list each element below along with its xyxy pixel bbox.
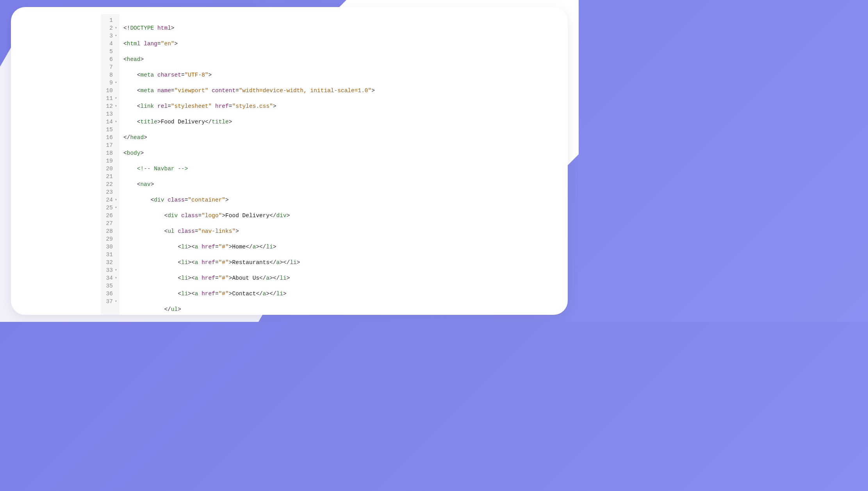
code-line[interactable]: <li><a href="#">Contact</a></li> bbox=[123, 290, 423, 298]
code-content[interactable]: <!DOCTYPE html> <html lang="en"> <head> … bbox=[119, 14, 423, 315]
line-num: 32 bbox=[105, 259, 113, 266]
line-num: 29 bbox=[105, 235, 113, 243]
line-num: 10 bbox=[105, 87, 113, 95]
code-line[interactable]: <title>Food Delivery</title> bbox=[123, 118, 423, 126]
editor-card: 1 2▾ 3▾ 4 5 6 7 8 9▾ 10 11▾ 12▾ 13 14▾ 1… bbox=[11, 7, 568, 315]
line-num: 31 bbox=[105, 251, 113, 259]
fold-icon[interactable]: ▾ bbox=[113, 118, 117, 126]
code-line[interactable]: <nav> bbox=[123, 180, 423, 188]
code-editor[interactable]: 1 2▾ 3▾ 4 5 6 7 8 9▾ 10 11▾ 12▾ 13 14▾ 1… bbox=[101, 14, 423, 315]
code-line[interactable]: <div class="logo">Food Delivery</div> bbox=[123, 212, 423, 220]
line-num: 7 bbox=[105, 63, 113, 71]
line-num: 28 bbox=[105, 227, 113, 235]
line-num: 13 bbox=[105, 110, 113, 118]
line-num: 4 bbox=[105, 40, 113, 48]
line-num: 36 bbox=[105, 290, 113, 298]
line-num: 37 bbox=[105, 298, 113, 305]
line-num: 34 bbox=[105, 274, 113, 282]
line-num: 15 bbox=[105, 126, 113, 134]
line-num: 23 bbox=[105, 188, 113, 196]
fold-icon[interactable]: ▾ bbox=[113, 79, 117, 87]
line-num: 33 bbox=[105, 266, 113, 274]
line-num: 20 bbox=[105, 165, 113, 173]
code-line[interactable]: <!DOCTYPE html> bbox=[123, 24, 423, 32]
line-num: 35 bbox=[105, 282, 113, 290]
code-line[interactable]: </head> bbox=[123, 134, 423, 141]
code-line[interactable]: <link rel="stylesheet" href="styles.css"… bbox=[123, 102, 423, 110]
fold-icon[interactable]: ▾ bbox=[113, 24, 117, 32]
line-num: 19 bbox=[105, 157, 113, 165]
code-line[interactable]: </ul> bbox=[123, 305, 423, 313]
line-num: 18 bbox=[105, 149, 113, 157]
fold-icon[interactable]: ▾ bbox=[113, 204, 117, 212]
line-num: 3 bbox=[105, 32, 113, 40]
fold-icon[interactable]: ▾ bbox=[113, 298, 117, 305]
line-num: 17 bbox=[105, 141, 113, 149]
line-num: 6 bbox=[105, 55, 113, 63]
line-num: 1 bbox=[105, 16, 113, 24]
code-line[interactable]: <meta charset="UTF-8"> bbox=[123, 71, 423, 79]
line-num: 14 bbox=[105, 118, 113, 126]
line-num: 2 bbox=[105, 24, 113, 32]
fold-icon[interactable]: ▾ bbox=[113, 95, 117, 102]
code-line[interactable]: <!-- Navbar --> bbox=[123, 165, 423, 173]
line-gutter: 1 2▾ 3▾ 4 5 6 7 8 9▾ 10 11▾ 12▾ 13 14▾ 1… bbox=[101, 14, 119, 315]
fold-icon[interactable]: ▾ bbox=[113, 196, 117, 204]
line-num: 27 bbox=[105, 220, 113, 227]
code-line[interactable]: <head> bbox=[123, 55, 423, 63]
code-line[interactable]: <meta name="viewport" content="width=dev… bbox=[123, 87, 423, 95]
line-num: 30 bbox=[105, 243, 113, 251]
line-num: 12 bbox=[105, 102, 113, 110]
line-num: 24 bbox=[105, 196, 113, 204]
line-num: 21 bbox=[105, 173, 113, 180]
fold-icon[interactable]: ▾ bbox=[113, 32, 117, 40]
line-num: 25 bbox=[105, 204, 113, 212]
line-num: 8 bbox=[105, 71, 113, 79]
code-line[interactable]: <body> bbox=[123, 149, 423, 157]
line-num: 11 bbox=[105, 95, 113, 102]
code-line[interactable]: <li><a href="#">Restaurants</a></li> bbox=[123, 259, 423, 266]
code-line[interactable]: <div class="container"> bbox=[123, 196, 423, 204]
fold-icon[interactable]: ▾ bbox=[113, 102, 117, 110]
line-num: 5 bbox=[105, 48, 113, 55]
code-line[interactable]: <li><a href="#">About Us</a></li> bbox=[123, 274, 423, 282]
line-num: 26 bbox=[105, 212, 113, 220]
code-line[interactable]: <html lang="en"> bbox=[123, 40, 423, 48]
code-line[interactable]: <ul class="nav-links"> bbox=[123, 227, 423, 235]
code-line[interactable]: <li><a href="#">Home</a></li> bbox=[123, 243, 423, 251]
fold-icon[interactable]: ▾ bbox=[113, 266, 117, 274]
line-num: 16 bbox=[105, 134, 113, 141]
line-num: 9 bbox=[105, 79, 113, 87]
fold-icon[interactable]: ▾ bbox=[113, 274, 117, 282]
line-num: 22 bbox=[105, 180, 113, 188]
